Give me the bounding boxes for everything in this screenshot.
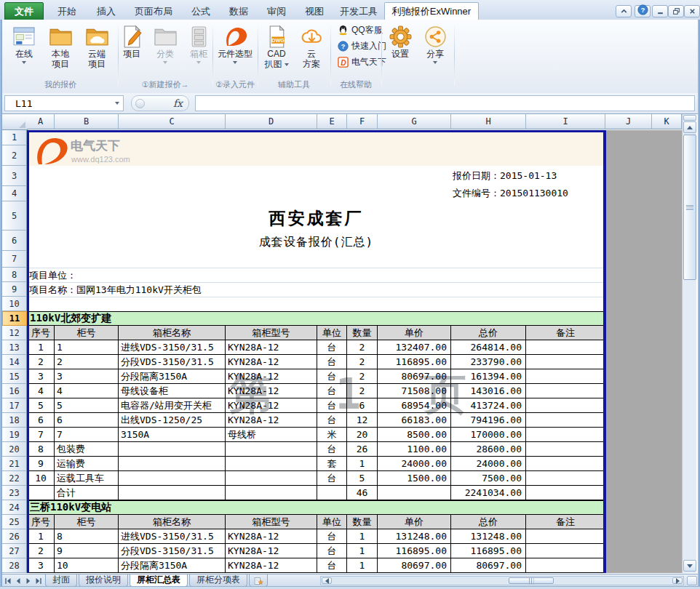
header-cell[interactable]: 柜号 <box>55 515 119 529</box>
component-select-button[interactable]: 元件选型 <box>218 22 252 77</box>
table-cell[interactable]: 2 <box>347 340 378 355</box>
row-header-6[interactable]: 6 <box>2 231 27 251</box>
table-cell[interactable]: 26 <box>347 442 378 457</box>
table-cell[interactable] <box>526 428 605 442</box>
table-cell[interactable]: 10 <box>55 558 119 573</box>
row-header-18[interactable]: 18 <box>2 413 27 428</box>
table-cell[interactable]: 进线VDS-3150/31.5 <box>119 529 226 544</box>
vertical-scrollbar[interactable] <box>682 114 696 573</box>
table-cell[interactable]: 运输费 <box>55 457 119 471</box>
cloud-plan-button[interactable]: 云方案 <box>295 22 328 77</box>
table-cell[interactable]: 8 <box>55 529 119 544</box>
help-button[interactable]: ? <box>635 5 651 17</box>
header-cell[interactable]: 箱柜名称 <box>119 326 226 340</box>
table-cell[interactable]: 3 <box>27 558 55 573</box>
row-header-8[interactable]: 8 <box>2 268 27 282</box>
table-cell[interactable]: KYN28A-12 <box>226 355 317 369</box>
header-cell[interactable]: 备注 <box>526 326 605 340</box>
table-cell[interactable] <box>119 457 226 471</box>
header-cell[interactable]: 数量 <box>347 515 378 529</box>
chevron-down-icon[interactable] <box>115 102 119 105</box>
table-cell[interactable]: KYN28A-12 <box>226 558 317 573</box>
table-cell[interactable]: 68954.00 <box>378 398 451 413</box>
table-cell[interactable]: 分段VDS-3150/31.5 <box>119 544 226 558</box>
table-cell[interactable]: KYN28A-12 <box>226 340 317 355</box>
table-cell[interactable]: 161394.00 <box>451 369 526 384</box>
table-cell[interactable]: 台 <box>317 398 347 413</box>
table-cell[interactable] <box>526 558 605 573</box>
last-sheet-button[interactable] <box>33 576 43 585</box>
table-cell[interactable] <box>526 457 605 471</box>
table-cell[interactable] <box>526 369 605 384</box>
table-cell[interactable]: 9 <box>27 457 55 471</box>
tab-6[interactable]: 审阅 <box>258 3 295 20</box>
formula-input[interactable] <box>195 95 695 111</box>
table-cell[interactable]: 5 <box>27 398 55 413</box>
sheet-tab-3[interactable]: 屏柜汇总表 <box>130 574 188 587</box>
table-cell[interactable]: 5 <box>347 471 378 486</box>
header-cell[interactable]: 箱柜型号 <box>226 515 317 529</box>
table-cell[interactable]: 台 <box>317 355 347 369</box>
column-header-E[interactable]: E <box>317 114 347 129</box>
header-cell[interactable]: 单位 <box>317 326 347 340</box>
section-title-row[interactable]: 三桥110kV变电站 <box>27 500 605 515</box>
table-cell[interactable] <box>526 529 605 544</box>
row-header-5[interactable]: 5 <box>2 201 27 231</box>
table-cell[interactable]: 170000.00 <box>451 428 526 442</box>
table-cell[interactable]: 6 <box>55 413 119 428</box>
table-cell[interactable]: 413724.00 <box>451 398 526 413</box>
table-cell[interactable]: 66183.00 <box>378 413 451 428</box>
table-cell[interactable]: 1 <box>55 340 119 355</box>
table-cell[interactable]: 132407.00 <box>378 340 451 355</box>
table-cell[interactable]: 71508.00 <box>378 384 451 398</box>
table-cell[interactable]: 台 <box>317 413 347 428</box>
table-cell[interactable]: 2 <box>347 355 378 369</box>
table-cell[interactable]: 116895.00 <box>451 544 526 558</box>
cad-import-button[interactable]: DWGCAD扒图 <box>260 22 293 77</box>
close-button[interactable] <box>684 5 700 17</box>
table-cell[interactable]: 264814.00 <box>451 340 526 355</box>
tab-file[interactable]: 文件 <box>4 2 44 21</box>
table-cell[interactable]: 2 <box>27 544 55 558</box>
table-cell[interactable] <box>526 384 605 398</box>
table-cell[interactable]: 1 <box>347 558 378 573</box>
table-cell[interactable]: 233790.00 <box>451 355 526 369</box>
table-cell[interactable]: KYN28A-12 <box>226 529 317 544</box>
table-cell[interactable]: 5 <box>55 398 119 413</box>
table-cell[interactable] <box>226 442 317 457</box>
column-header-J[interactable]: J <box>605 114 652 129</box>
table-cell[interactable]: 台 <box>317 384 347 398</box>
row-header-17[interactable]: 17 <box>2 398 27 413</box>
table-cell[interactable]: 2241034.00 <box>451 486 526 500</box>
table-cell[interactable]: 12 <box>347 413 378 428</box>
table-cell[interactable] <box>526 340 605 355</box>
table-cell[interactable] <box>526 413 605 428</box>
minimize-button[interactable] <box>652 5 668 17</box>
table-cell[interactable]: 10 <box>27 471 55 486</box>
table-cell[interactable] <box>526 544 605 558</box>
table-cell[interactable] <box>226 457 317 471</box>
table-cell[interactable]: 米 <box>317 428 347 442</box>
horizontal-scroll-thumb[interactable] <box>509 577 554 584</box>
share-button[interactable]: 分享 <box>418 22 452 77</box>
table-cell[interactable] <box>226 486 317 500</box>
first-sheet-button[interactable] <box>3 576 12 585</box>
scroll-left-button[interactable] <box>322 577 332 584</box>
header-cell[interactable]: 柜号 <box>55 326 119 340</box>
table-cell[interactable] <box>119 442 226 457</box>
column-header-D[interactable]: D <box>226 114 317 129</box>
table-cell[interactable]: 进线VDS-3150/31.5 <box>119 340 226 355</box>
table-cell[interactable]: 1 <box>347 529 378 544</box>
settings-button[interactable]: 设置 <box>383 22 417 77</box>
section-title-row[interactable]: 110kV北郊变扩建 <box>27 311 605 326</box>
table-cell[interactable]: 台 <box>317 544 347 558</box>
tab-3[interactable]: 页面布局 <box>125 3 182 20</box>
table-cell[interactable] <box>119 471 226 486</box>
cloud-project-button[interactable]: 云端项目 <box>79 22 114 77</box>
tab-4[interactable]: 公式 <box>182 3 220 20</box>
table-cell[interactable]: 80697.00 <box>378 369 451 384</box>
table-cell[interactable]: 131248.00 <box>451 529 526 544</box>
table-cell[interactable]: 8 <box>27 442 55 457</box>
column-header-H[interactable]: H <box>451 114 526 129</box>
table-cell[interactable] <box>526 398 605 413</box>
